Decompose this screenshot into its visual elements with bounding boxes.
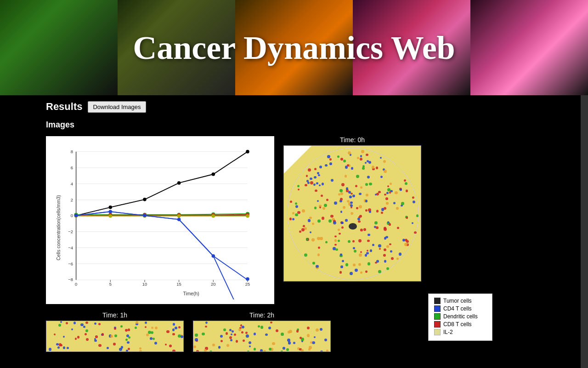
svg-point-36 <box>177 181 181 185</box>
scatter-time-label-0h: Time: 0h <box>283 136 421 144</box>
svg-text:0: 0 <box>71 213 73 218</box>
svg-text:8: 8 <box>71 149 73 154</box>
legend-color-dendritic <box>434 313 441 320</box>
svg-text:2: 2 <box>71 197 73 202</box>
legend-item-tumor: Tumor cells <box>434 298 486 304</box>
svg-text:−2: −2 <box>68 229 73 234</box>
legend-color-cd4 <box>434 305 441 312</box>
svg-point-56 <box>246 214 249 218</box>
svg-text:10: 10 <box>142 282 147 287</box>
legend-label-cd8: CD8 T cells <box>443 321 472 328</box>
svg-point-34 <box>108 206 112 209</box>
scatter-image-1h <box>46 321 184 352</box>
svg-point-35 <box>143 198 147 201</box>
scatter-image-2h <box>193 321 331 352</box>
legend-item-cd8: CD8 T cells <box>434 321 486 328</box>
download-images-button[interactable]: Download Images <box>88 101 146 113</box>
legend-label-il2: IL-2 <box>443 329 453 335</box>
images-row-1: Cells concentration(cells/mm3) Time(h) <box>46 136 542 304</box>
svg-point-54 <box>177 214 181 218</box>
svg-marker-64 <box>284 146 311 173</box>
legend-label-tumor: Tumor cells <box>443 298 472 304</box>
legend-color-tumor <box>434 298 441 304</box>
scatter-time-label-1h: Time: 1h <box>46 311 184 319</box>
banner-segment-1 <box>0 0 118 95</box>
svg-text:25: 25 <box>245 282 250 287</box>
results-title: Results <box>46 101 82 113</box>
header-banner: Cancer Dynamics Web <box>0 0 588 95</box>
legend-color-cd8 <box>434 321 441 328</box>
legend-item-cd4: CD4 T cells <box>434 305 486 312</box>
main-content: Results Download Images Images Cells con… <box>0 95 588 357</box>
svg-text:0: 0 <box>75 282 77 287</box>
svg-text:15: 15 <box>176 282 181 287</box>
svg-point-52 <box>108 214 112 218</box>
svg-text:−6: −6 <box>68 261 73 266</box>
legend-color-il2 <box>434 329 441 335</box>
svg-text:−4: −4 <box>68 245 73 250</box>
images-label: Images <box>46 120 542 130</box>
legend-label-dendritic: Dendritic cells <box>443 313 478 320</box>
svg-text:−8: −8 <box>68 277 73 282</box>
line-chart: Cells concentration(cells/mm3) Time(h) <box>51 141 270 299</box>
svg-point-58 <box>108 210 112 213</box>
legend-item-dendritic: Dendritic cells <box>434 313 486 320</box>
line-chart-container: Cells concentration(cells/mm3) Time(h) <box>46 136 274 304</box>
svg-point-55 <box>212 214 215 218</box>
scatter-time-label-2h: Time: 2h <box>193 311 331 319</box>
scatter-plot-0h: Time: 0h Tumor cells CD4 T cells Dendrit… <box>283 136 421 304</box>
svg-point-60 <box>177 218 181 221</box>
svg-text:4: 4 <box>71 181 73 186</box>
svg-point-59 <box>143 214 147 218</box>
scatter-plot-2h: Time: 2h <box>193 311 331 352</box>
banner-segment-5 <box>470 0 588 95</box>
legend-box: Tumor cells CD4 T cells Dendritic cells … <box>428 293 492 341</box>
svg-text:5: 5 <box>109 282 112 287</box>
site-title: Cancer Dynamics Web <box>133 29 455 67</box>
svg-text:Time(h): Time(h) <box>183 291 199 296</box>
svg-text:Cells concentration(cells/mm3): Cells concentration(cells/mm3) <box>56 195 61 260</box>
legend-label-cd4: CD4 T cells <box>443 305 472 312</box>
svg-point-61 <box>212 254 215 258</box>
svg-point-62 <box>246 277 249 281</box>
svg-text:6: 6 <box>71 165 73 170</box>
svg-text:20: 20 <box>211 282 216 287</box>
legend-item-il2: IL-2 <box>434 329 486 335</box>
results-header: Results Download Images <box>46 101 542 113</box>
scatter-image-0h <box>283 145 421 282</box>
svg-point-57 <box>74 214 78 218</box>
svg-point-37 <box>212 172 215 176</box>
svg-point-38 <box>246 150 249 154</box>
scatter-plot-1h: Time: 1h <box>46 311 184 352</box>
